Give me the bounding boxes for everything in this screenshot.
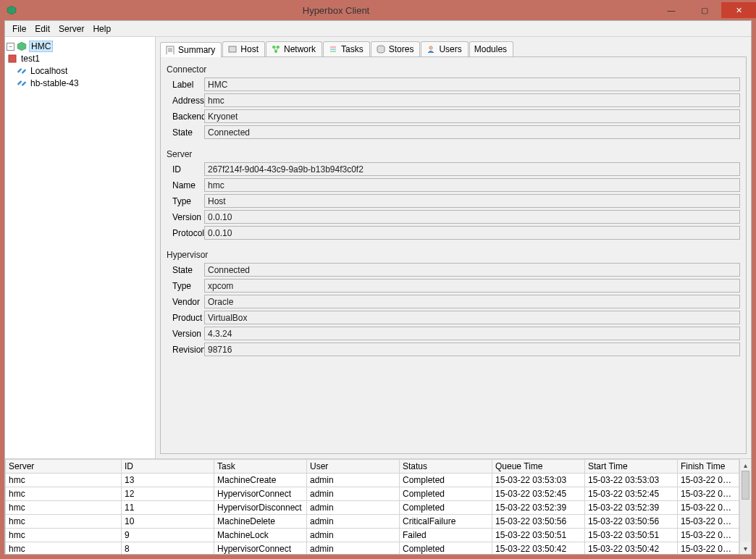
tab-network[interactable]: Network: [266, 41, 322, 56]
client-area: File Edit Server Help − HMC: [4, 20, 752, 555]
cell-start: 15-03-22 03:53:03: [585, 474, 678, 487]
tree-label-hbstable43: hb-stable-43: [29, 78, 80, 88]
col-task[interactable]: Task: [214, 460, 307, 474]
scroll-thumb[interactable]: [742, 471, 749, 500]
table-row[interactable]: hmc11HypervisorDisconnectadminCompleted1…: [6, 501, 739, 515]
scroll-up-icon[interactable]: ▴: [740, 459, 751, 471]
scroll-down-icon[interactable]: ▾: [740, 542, 751, 554]
minimize-button[interactable]: —: [655, 2, 688, 18]
svg-rect-2: [9, 55, 16, 62]
tab-summary[interactable]: Summary: [160, 42, 222, 57]
hv-type-field[interactable]: [204, 279, 740, 293]
connector-label-field[interactable]: [204, 77, 740, 91]
tree-node-hmc[interactable]: − HMC: [7, 41, 154, 52]
cell-server: hmc: [6, 542, 122, 555]
label-product: Product: [167, 313, 204, 323]
network-icon: [271, 44, 281, 54]
app-icon: [6, 4, 17, 16]
server-protocol-field[interactable]: [204, 226, 740, 240]
cell-user: admin: [307, 542, 400, 555]
col-start[interactable]: Start Time: [585, 460, 678, 474]
label-hv-version: Version: [167, 329, 204, 339]
cell-task: MachineLock: [214, 529, 307, 542]
cell-task: HypervisorConnect: [214, 542, 307, 555]
col-server[interactable]: Server: [6, 460, 122, 474]
tree-node-hbstable43[interactable]: hb-stable-43: [7, 77, 154, 89]
tab-users-label: Users: [439, 44, 461, 54]
hv-revision-field[interactable]: [204, 342, 740, 356]
label-version: Version: [167, 212, 204, 222]
tasks-table: Server ID Task User Status Queue Time St…: [5, 459, 739, 554]
hv-product-field[interactable]: [204, 311, 740, 324]
cell-id: 9: [122, 529, 214, 542]
svg-marker-1: [17, 42, 26, 51]
cell-start: 15-03-22 03:52:45: [585, 487, 678, 501]
cell-finish: 15-03-22 03:50:42: [678, 542, 739, 555]
table-row[interactable]: hmc9MachineLockadminFailed15-03-22 03:50…: [6, 529, 739, 542]
cell-finish: 15-03-22 03:50:51: [678, 529, 739, 542]
connector-backend-field[interactable]: [204, 109, 740, 123]
cell-queue: 15-03-22 03:53:03: [492, 474, 585, 487]
maximize-button[interactable]: ▢: [688, 2, 721, 18]
tab-stores[interactable]: Stores: [371, 41, 421, 56]
cell-id: 13: [122, 474, 214, 487]
hv-state-field[interactable]: [204, 263, 740, 277]
server-version-field[interactable]: [204, 210, 740, 224]
group-connector: Connector: [167, 64, 740, 75]
label-state: State: [167, 127, 204, 138]
connector-address-field[interactable]: [204, 93, 740, 107]
link-icon: [16, 78, 28, 88]
menu-server[interactable]: Server: [54, 22, 88, 35]
server-icon: [16, 41, 28, 51]
cell-queue: 15-03-22 03:52:39: [492, 501, 585, 515]
label-type: Type: [167, 196, 204, 206]
titlebar: Hyperbox Client — ▢ ✕: [0, 0, 756, 20]
hv-version-field[interactable]: [204, 327, 740, 340]
server-type-field[interactable]: [204, 194, 740, 208]
tab-users[interactable]: Users: [421, 41, 468, 56]
cell-finish: 15-03-22 03:53:04: [678, 474, 739, 487]
col-finish[interactable]: Finish Time: [678, 460, 739, 474]
col-user[interactable]: User: [307, 460, 400, 474]
tab-host[interactable]: Host: [222, 41, 265, 56]
cell-queue: 15-03-22 03:50:51: [492, 529, 585, 542]
table-row[interactable]: hmc10MachineDeleteadminCriticalFailure15…: [6, 515, 739, 529]
svg-rect-7: [229, 46, 236, 52]
col-status[interactable]: Status: [400, 460, 492, 474]
tasks-scrollbar[interactable]: ▴ ▾: [739, 459, 751, 554]
cell-task: HypervisorConnect: [214, 487, 307, 501]
scroll-track[interactable]: [740, 471, 751, 542]
tree-collapse-icon[interactable]: −: [7, 43, 14, 51]
close-button[interactable]: ✕: [721, 2, 756, 18]
tree-node-test1[interactable]: test1: [7, 53, 154, 64]
tab-host-label: Host: [240, 44, 259, 54]
connector-state-field[interactable]: [204, 125, 740, 139]
cell-status: CriticalFailure: [400, 515, 492, 529]
tree-node-localhost[interactable]: Localhost: [7, 65, 154, 77]
table-row[interactable]: hmc12HypervisorConnectadminCompleted15-0…: [6, 487, 739, 501]
tab-modules[interactable]: Modules: [469, 41, 513, 56]
label-name: Name: [167, 180, 204, 190]
hv-vendor-field[interactable]: [204, 295, 740, 308]
table-row[interactable]: hmc8HypervisorConnectadminCompleted15-03…: [6, 542, 739, 555]
server-name-field[interactable]: [204, 178, 740, 192]
cell-start: 15-03-22 03:50:56: [585, 515, 678, 529]
menu-help[interactable]: Help: [88, 22, 115, 35]
window-title: Hyperbox Client: [17, 5, 655, 16]
menu-edit[interactable]: Edit: [30, 22, 54, 35]
label-hv-state: State: [167, 265, 204, 275]
server-id-field[interactable]: [204, 162, 740, 176]
tasks-header-row: Server ID Task User Status Queue Time St…: [6, 460, 739, 474]
label-label: Label: [167, 80, 204, 90]
menu-file[interactable]: File: [8, 22, 30, 35]
cell-status: Completed: [400, 474, 492, 487]
cell-server: hmc: [6, 501, 122, 515]
window-buttons: — ▢ ✕: [655, 2, 756, 18]
col-id[interactable]: ID: [122, 460, 214, 474]
cell-queue: 15-03-22 03:52:45: [492, 487, 585, 501]
cell-server: hmc: [6, 474, 122, 487]
main-split: − HMC: [5, 37, 751, 458]
tab-tasks[interactable]: Tasks: [323, 41, 370, 56]
col-queue[interactable]: Queue Time: [492, 460, 585, 474]
table-row[interactable]: hmc13MachineCreateadminCompleted15-03-22…: [6, 474, 739, 487]
